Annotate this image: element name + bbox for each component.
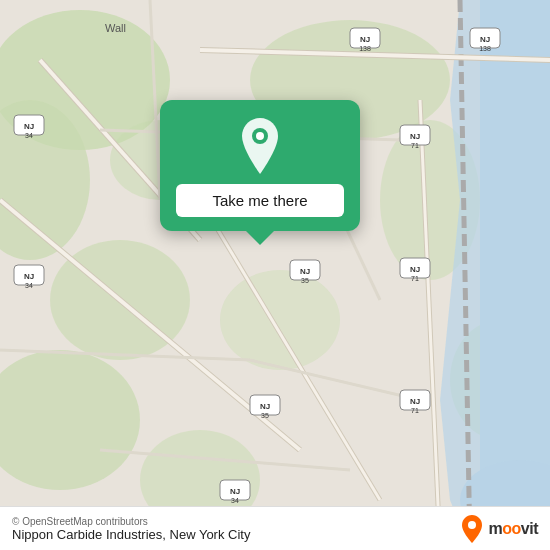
svg-text:NJ: NJ (410, 132, 420, 141)
svg-point-63 (256, 132, 264, 140)
svg-text:138: 138 (479, 45, 491, 52)
svg-text:NJ: NJ (300, 267, 310, 276)
location-pin-icon (236, 118, 284, 174)
bottom-bar: © OpenStreetMap contributors Nippon Carb… (0, 506, 550, 550)
svg-text:138: 138 (359, 45, 371, 52)
svg-text:71: 71 (411, 407, 419, 414)
moovit-pin-icon (461, 515, 483, 543)
copyright-text: © OpenStreetMap contributors (12, 516, 250, 527)
svg-text:NJ: NJ (260, 402, 270, 411)
svg-text:NJ: NJ (410, 397, 420, 406)
svg-text:34: 34 (25, 132, 33, 139)
svg-text:NJ: NJ (360, 35, 370, 44)
svg-text:NJ: NJ (230, 487, 240, 496)
svg-text:34: 34 (231, 497, 239, 504)
svg-text:71: 71 (411, 275, 419, 282)
svg-text:NJ: NJ (480, 35, 490, 44)
map-background: NJ 34 NJ 34 NJ 34 NJ 138 NJ 138 NJ 71 NJ… (0, 0, 550, 550)
svg-point-10 (220, 270, 340, 370)
map-container: NJ 34 NJ 34 NJ 34 NJ 138 NJ 138 NJ 71 NJ… (0, 0, 550, 550)
moovit-brand-name: moovit (489, 520, 538, 538)
svg-text:34: 34 (25, 282, 33, 289)
moovit-logo: moovit (461, 515, 538, 543)
svg-text:NJ: NJ (24, 122, 34, 131)
svg-text:35: 35 (261, 412, 269, 419)
svg-text:NJ: NJ (24, 272, 34, 281)
navigation-popup: Take me there (160, 100, 360, 231)
svg-text:35: 35 (301, 277, 309, 284)
location-name: Nippon Carbide Industries, New York City (12, 527, 250, 542)
svg-text:NJ: NJ (410, 265, 420, 274)
svg-text:Wall: Wall (105, 22, 126, 34)
svg-point-64 (468, 521, 476, 529)
location-info: © OpenStreetMap contributors Nippon Carb… (12, 516, 250, 542)
take-me-there-button[interactable]: Take me there (176, 184, 344, 217)
svg-text:71: 71 (411, 142, 419, 149)
